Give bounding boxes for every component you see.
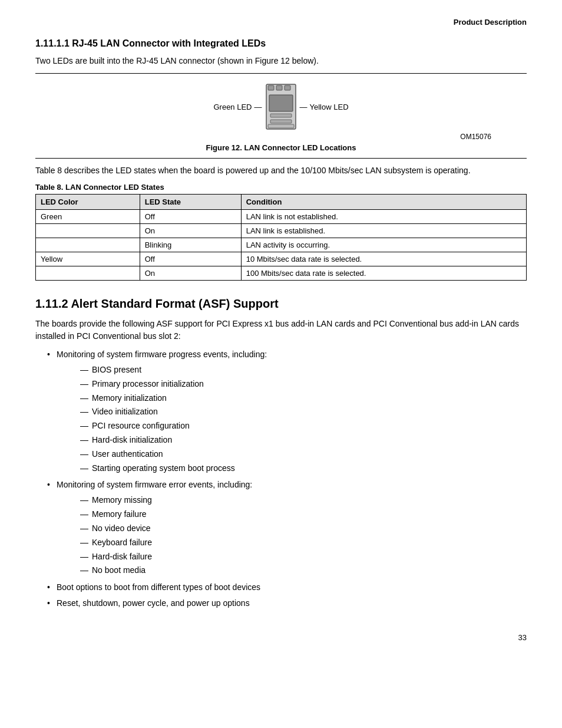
- dash-item: Primary processor initialization: [80, 377, 527, 391]
- table-cell-color: [36, 224, 140, 238]
- section-112-title: 1.11.2 Alert Standard Format (ASF) Suppo…: [35, 297, 527, 311]
- dash-item: PCI resource configuration: [80, 419, 527, 433]
- svg-rect-1: [268, 85, 274, 90]
- dash-item: Video initialization: [80, 405, 527, 419]
- dash-item: User authentication: [80, 447, 527, 462]
- col-header-led-color: LED Color: [36, 195, 140, 210]
- lan-connector-svg: [263, 83, 299, 130]
- dash-item: Memory failure: [80, 508, 527, 522]
- col-header-condition: Condition: [241, 195, 526, 210]
- table-cell-state: Blinking: [140, 238, 241, 252]
- table-cell-color: Green: [36, 210, 140, 224]
- table-cell-condition: LAN link is not established.: [241, 210, 526, 224]
- table-row: YellowOff10 Mbits/sec data rate is selec…: [36, 252, 527, 266]
- table-header-row: LED Color LED State Condition: [36, 195, 527, 210]
- svg-rect-5: [270, 114, 292, 117]
- bullet-item-1: Monitoring of system firmware progress e…: [47, 348, 527, 475]
- table-cell-color: [36, 266, 140, 281]
- dash-item: Keyboard failure: [80, 536, 527, 550]
- section-1111-title: 1.11.1.1 RJ-45 LAN Connector with Integr…: [35, 38, 527, 49]
- table-cell-condition: LAN link is established.: [241, 224, 526, 238]
- dash-item: Memory missing: [80, 493, 527, 508]
- dash-item: No video device: [80, 522, 527, 536]
- dash-item: BIOS present: [80, 363, 527, 377]
- table-description: Table 8 describes the LED states when th…: [35, 164, 527, 177]
- table-row: OnLAN link is established.: [36, 224, 527, 238]
- table-cell-state: On: [140, 224, 241, 238]
- bullet-1-text: Monitoring of system firmware progress e…: [57, 350, 267, 359]
- figure-12-container: Green LED — — Yellow LED OM15076 Figure …: [35, 73, 527, 159]
- figure-diagram: Green LED — — Yellow LED: [35, 83, 527, 130]
- bullet-4-text: Reset, shutdown, power cycle, and power …: [57, 598, 250, 608]
- table-cell-state: On: [140, 266, 241, 281]
- bullet-item-3: Boot options to boot from different type…: [47, 581, 527, 594]
- table-cell-condition: 100 Mbits/sec data rate is selected.: [241, 266, 526, 281]
- table-cell-state: Off: [140, 252, 241, 266]
- section-112: 1.11.2 Alert Standard Format (ASF) Suppo…: [35, 297, 527, 610]
- dash-item: Hard-disk initialization: [80, 433, 527, 447]
- yellow-led-label: Yellow LED: [310, 103, 349, 111]
- bullet-list-main: Monitoring of system firmware progress e…: [35, 348, 527, 610]
- section-1111-intro: Two LEDs are built into the RJ-45 LAN co…: [35, 55, 527, 67]
- table-row: On100 Mbits/sec data rate is selected.: [36, 266, 527, 281]
- green-led-label: Green LED: [213, 103, 252, 111]
- table-8: LED Color LED State Condition GreenOffLA…: [35, 194, 527, 281]
- page-number: 33: [35, 633, 527, 642]
- om-label: OM15076: [35, 133, 491, 141]
- table-cell-color: [36, 238, 140, 252]
- col-header-led-state: LED State: [140, 195, 241, 210]
- svg-rect-6: [270, 120, 292, 123]
- table-cell-condition: 10 Mbits/sec data rate is selected.: [241, 252, 526, 266]
- table-row: BlinkingLAN activity is occurring.: [36, 238, 527, 252]
- table-cell-color: Yellow: [36, 252, 140, 266]
- dash-item: Starting operating system boot process: [80, 462, 527, 476]
- bullet-3-text: Boot options to boot from different type…: [57, 582, 260, 592]
- dash-item: Hard-disk failure: [80, 550, 527, 564]
- dash-item: Memory initialization: [80, 391, 527, 406]
- svg-rect-3: [285, 85, 290, 90]
- table-8-title: Table 8. LAN Connector LED States: [35, 183, 527, 192]
- table-row: GreenOffLAN link is not established.: [36, 210, 527, 224]
- header-label: Product Description: [454, 18, 527, 27]
- svg-rect-7: [268, 124, 294, 128]
- dash-list-2: Memory missingMemory failureNo video dev…: [57, 493, 527, 578]
- table-cell-state: Off: [140, 210, 241, 224]
- figure-caption: Figure 12. LAN Connector LED Locations: [35, 143, 527, 152]
- svg-rect-2: [276, 85, 282, 90]
- bullet-2-text: Monitoring of system firmware error even…: [57, 480, 252, 489]
- dash-list-1: BIOS presentPrimary processor initializa…: [57, 363, 527, 475]
- led-dash-left: —: [254, 103, 262, 111]
- section-112-intro: The boards provide the following ASF sup…: [35, 318, 527, 342]
- page-header: Product Description: [35, 18, 527, 27]
- bullet-item-4: Reset, shutdown, power cycle, and power …: [47, 597, 527, 610]
- dash-item: No boot media: [80, 564, 527, 578]
- table-cell-condition: LAN activity is occurring.: [241, 238, 526, 252]
- bullet-item-2: Monitoring of system firmware error even…: [47, 479, 527, 578]
- svg-rect-4: [269, 95, 293, 111]
- led-dash-right: —: [300, 103, 308, 111]
